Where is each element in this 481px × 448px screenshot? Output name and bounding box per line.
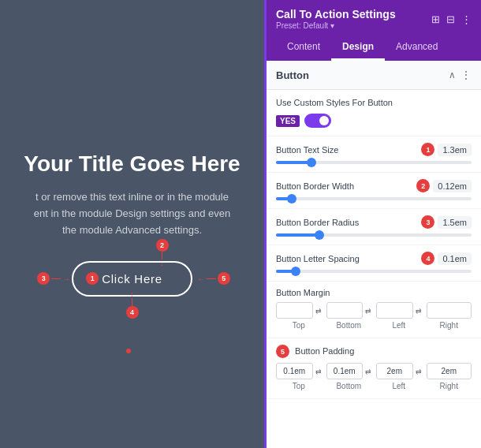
- toggle-switch[interactable]: [304, 114, 331, 128]
- link-icon-pad-bottom: ⇄: [365, 368, 371, 375]
- custom-styles-row: Use Custom Styles For Button YES: [267, 90, 481, 136]
- fullscreen-icon[interactable]: ⊞: [431, 13, 440, 25]
- link-icon-bottom: ⇄: [365, 307, 371, 315]
- slider-border-radius-track[interactable]: [276, 233, 472, 237]
- slider-text-size-value[interactable]: 1.3em: [438, 144, 472, 156]
- margin-top-label: Top: [293, 321, 305, 330]
- preview-panel: Your Title Goes Here t or remove this te…: [0, 0, 264, 448]
- slider-border-width-value[interactable]: 0.12em: [433, 180, 472, 192]
- settings-header: Call To Action Settings Preset: Default …: [267, 0, 481, 61]
- padding-left-label: Left: [392, 382, 405, 390]
- margin-inputs: ⇄ Top ⇄ Bottom ⇄ Left: [276, 302, 472, 330]
- slider-letter-spacing-value-box: 4 0.1em: [421, 252, 472, 265]
- slider-text-size-label: Button Text Size: [276, 145, 338, 155]
- slider-letter-spacing-label: Button Letter Spacing: [276, 254, 360, 263]
- badge-3: 3: [421, 215, 434, 229]
- link-icon-pad-left: ⇄: [416, 368, 422, 375]
- link-icon-left: ⇄: [416, 307, 422, 315]
- margin-right-input[interactable]: [427, 302, 472, 319]
- preview-button-wrapper: 2 ↓ 3 → Click Here 1 ↑ 4 ← 5: [72, 261, 192, 297]
- margin-label: Button Margin: [276, 288, 472, 297]
- padding-left-input[interactable]: [376, 363, 413, 379]
- toggle-row: YES: [276, 114, 472, 128]
- slider-border-radius-value-box: 3 1.5em: [421, 215, 472, 229]
- chevron-up-icon[interactable]: ∧: [449, 69, 456, 80]
- slider-border-width-label: Button Border Width: [276, 181, 354, 191]
- section-header: Button ∧ ⋮: [267, 61, 481, 90]
- padding-top-group: ⇄ Top: [276, 363, 322, 390]
- tab-advanced[interactable]: Advanced: [385, 35, 449, 61]
- padding-bottom-label: Bottom: [336, 382, 361, 390]
- badge-4: 4: [421, 252, 434, 265]
- toggle-yes-label: YES: [276, 115, 300, 127]
- slider-border-width-value-box: 2 0.12em: [416, 179, 472, 192]
- slider-border-radius-label: Button Border Radius: [276, 218, 359, 227]
- badge-1: 1: [421, 143, 434, 156]
- padding-right-group: Right: [427, 363, 472, 390]
- slider-text-size-row: Button Text Size 1 1.3em: [267, 136, 481, 173]
- section-more-icon[interactable]: ⋮: [460, 69, 472, 81]
- margin-left-group: ⇄ Left: [376, 302, 422, 330]
- padding-top-label: Top: [293, 382, 305, 390]
- margin-right-group: Right: [427, 302, 472, 330]
- settings-title: Call To Action Settings: [276, 8, 396, 21]
- link-icon-pad-top: ⇄: [315, 368, 322, 375]
- padding-row: 5 Button Padding ⇄ Top ⇄ Bottom: [267, 338, 481, 399]
- margin-bottom-group: ⇄ Bottom: [326, 302, 372, 330]
- margin-left-label: Left: [392, 321, 405, 330]
- margin-top-group: ⇄ Top: [276, 302, 322, 330]
- preview-title: Your Title Goes Here: [16, 151, 248, 177]
- annotation-1: 1: [86, 272, 99, 285]
- padding-left-group: ⇄ Left: [376, 363, 422, 390]
- annotation-3: 3 →: [37, 272, 70, 285]
- badge-5: 5: [276, 345, 289, 358]
- slider-border-width-row: Button Border Width 2 0.12em: [267, 173, 481, 209]
- margin-left-input[interactable]: [376, 302, 413, 319]
- padding-inputs: ⇄ Top ⇄ Bottom ⇄ Left: [276, 363, 472, 390]
- slider-text-size-value-box: 1 1.3em: [421, 143, 472, 156]
- section-header-right: ∧ ⋮: [449, 69, 472, 81]
- tab-content[interactable]: Content: [276, 35, 331, 61]
- slider-letter-spacing-value[interactable]: 0.1em: [438, 252, 472, 265]
- margin-bottom-label: Bottom: [336, 321, 361, 330]
- margin-bottom-input[interactable]: [326, 302, 364, 319]
- slider-letter-spacing-track[interactable]: [276, 270, 472, 273]
- slider-border-radius-value[interactable]: 1.5em: [438, 216, 472, 229]
- margin-top-input[interactable]: [276, 302, 313, 319]
- slider-border-width-track[interactable]: [276, 197, 472, 200]
- slider-letter-spacing-row: Button Letter Spacing 4 0.1em: [267, 245, 481, 282]
- more-icon[interactable]: ⋮: [461, 13, 472, 25]
- settings-panel: Call To Action Settings Preset: Default …: [264, 0, 481, 448]
- padding-bottom-group: ⇄ Bottom: [326, 363, 372, 390]
- link-icon-top: ⇄: [315, 307, 322, 315]
- slider-text-size-thumb[interactable]: [307, 158, 316, 167]
- settings-preset[interactable]: Preset: Default ▾: [276, 21, 396, 30]
- annotation-4: ↑ 4: [126, 290, 139, 319]
- settings-content: Use Custom Styles For Button YES Button …: [267, 90, 481, 448]
- section-title: Button: [276, 69, 309, 81]
- settings-tabs: Content Design Advanced: [276, 35, 472, 61]
- margin-row: Button Margin ⇄ Top ⇄ Bottom: [267, 282, 481, 338]
- custom-styles-label: Use Custom Styles For Button: [276, 98, 472, 107]
- red-dot-accent: [126, 349, 131, 353]
- slider-border-radius-row: Button Border Radius 3 1.5em: [267, 209, 481, 245]
- padding-bottom-input[interactable]: [326, 363, 364, 379]
- tab-design[interactable]: Design: [331, 35, 385, 61]
- slider-text-size-track[interactable]: [276, 161, 472, 164]
- padding-label: 5 Button Padding: [276, 345, 472, 358]
- slider-border-radius-fill: [276, 233, 319, 237]
- padding-top-input[interactable]: [276, 363, 313, 379]
- slider-letter-spacing-thumb[interactable]: [291, 267, 300, 276]
- annotation-5-preview: ← 5: [197, 272, 230, 285]
- badge-2: 2: [416, 179, 430, 192]
- padding-right-label: Right: [440, 382, 458, 390]
- preview-body-text: t or remove this text inline or in the m…: [24, 189, 240, 238]
- settings-title-group: Call To Action Settings Preset: Default …: [276, 8, 396, 30]
- padding-right-input[interactable]: [427, 363, 472, 379]
- grid-icon[interactable]: ⊟: [446, 13, 455, 25]
- slider-border-radius-thumb[interactable]: [315, 230, 324, 240]
- margin-right-label: Right: [440, 321, 458, 330]
- slider-border-width-thumb[interactable]: [287, 194, 296, 203]
- settings-header-icons: ⊞ ⊟ ⋮: [431, 13, 472, 25]
